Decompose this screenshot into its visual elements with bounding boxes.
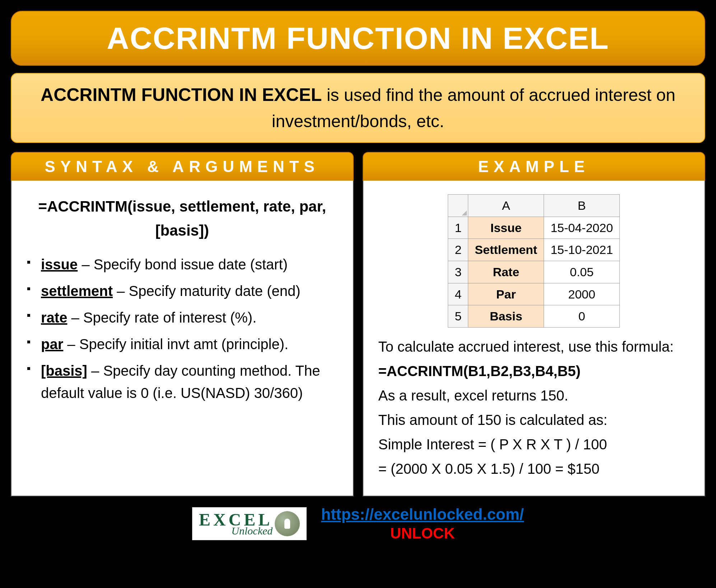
arg-name: rate	[41, 310, 67, 325]
description-rest: is used find the amount of accrued inter…	[272, 85, 675, 131]
example-panel: EXAMPLE A B 1 Issue 15-04-2020 2 Settlem…	[363, 152, 706, 496]
arg-desc: – Specify maturity date (end)	[113, 283, 300, 299]
cell-value: 0.05	[544, 261, 620, 283]
row-num: 1	[448, 217, 468, 239]
syntax-header: SYNTAX & ARGUMENTS	[11, 152, 354, 181]
page-title: ACCRINTM FUNCTION IN EXCEL	[26, 20, 690, 56]
example-calc2: Simple Interest = ( P X R X T ) / 100	[378, 433, 690, 455]
table-row: 1 Issue 15-04-2020	[448, 217, 620, 239]
website-link[interactable]: https://excelunlocked.com/	[321, 505, 524, 523]
example-header: EXAMPLE	[363, 152, 706, 181]
cell-value: 15-04-2020	[544, 217, 620, 239]
arg-desc: – Specify initial invt amt (principle).	[63, 336, 288, 352]
table-row: 3 Rate 0.05	[448, 261, 620, 283]
arg-desc: – Specify rate of interest (%).	[67, 310, 256, 325]
footer: EXCEL Unlocked https://excelunlocked.com…	[11, 505, 705, 542]
cell-value: 2000	[544, 283, 620, 305]
arg-issue: issue – Specify bond issue date (start)	[27, 253, 338, 276]
content-columns: SYNTAX & ARGUMENTS =ACCRINTM(issue, sett…	[11, 152, 705, 496]
row-num: 3	[448, 261, 468, 283]
row-num: 4	[448, 283, 468, 305]
example-calc1: This amount of 150 is calculated as:	[378, 409, 690, 431]
description-text: ACCRINTM FUNCTION IN EXCEL is used find …	[26, 82, 690, 134]
example-calc3: = (2000 X 0.05 X 1.5) / 100 = $150	[378, 458, 690, 480]
description-bold: ACCRINTM FUNCTION IN EXCEL	[41, 85, 322, 105]
arg-name: [basis]	[41, 363, 87, 379]
unlock-text: UNLOCK	[321, 525, 524, 542]
row-num: 2	[448, 239, 468, 261]
table-row: 4 Par 2000	[448, 283, 620, 305]
table-corner	[448, 195, 468, 217]
arg-settlement: settlement – Specify maturity date (end)	[27, 280, 338, 302]
cell-label: Par	[468, 283, 544, 305]
table-header-row: A B	[448, 195, 620, 217]
syntax-body: =ACCRINTM(issue, settlement, rate, par, …	[11, 181, 354, 496]
table-row: 2 Settlement 15-10-2021	[448, 239, 620, 261]
col-b: B	[544, 195, 620, 217]
col-a: A	[468, 195, 544, 217]
arg-name: par	[41, 336, 63, 352]
cell-label: Issue	[468, 217, 544, 239]
logo: EXCEL Unlocked	[192, 507, 307, 540]
arg-name: settlement	[41, 283, 113, 299]
footer-links: https://excelunlocked.com/ UNLOCK	[321, 505, 524, 542]
example-result: As a result, excel returns 150.	[378, 384, 690, 407]
arg-rate: rate – Specify rate of interest (%).	[27, 306, 338, 329]
cell-label: Rate	[468, 261, 544, 283]
title-bar: ACCRINTM FUNCTION IN EXCEL	[11, 11, 705, 66]
example-formula: =ACCRINTM(B1,B2,B3,B4,B5)	[378, 360, 690, 382]
arg-basis: [basis] – Specify day counting method. T…	[27, 360, 338, 404]
row-num: 5	[448, 305, 468, 328]
table-row: 5 Basis 0	[448, 305, 620, 328]
example-intro: To calculate accrued interest, use this …	[378, 335, 690, 358]
logo-unlocked-text: Unlocked	[231, 526, 273, 536]
arg-desc: – Specify bond issue date (start)	[78, 256, 288, 272]
syntax-formula: =ACCRINTM(issue, settlement, rate, par, …	[27, 194, 338, 242]
cell-value: 15-10-2021	[544, 239, 620, 261]
argument-list: issue – Specify bond issue date (start) …	[27, 253, 338, 404]
cell-label: Settlement	[468, 239, 544, 261]
arg-par: par – Specify initial invt amt (principl…	[27, 333, 338, 355]
example-table: A B 1 Issue 15-04-2020 2 Settlement 15-1…	[448, 194, 620, 328]
description-box: ACCRINTM FUNCTION IN EXCEL is used find …	[11, 73, 705, 143]
cell-label: Basis	[468, 305, 544, 328]
syntax-panel: SYNTAX & ARGUMENTS =ACCRINTM(issue, sett…	[11, 152, 354, 496]
arg-name: issue	[41, 256, 78, 272]
key-icon	[275, 511, 300, 536]
logo-text: EXCEL Unlocked	[199, 511, 273, 536]
cell-value: 0	[544, 305, 620, 328]
example-body: A B 1 Issue 15-04-2020 2 Settlement 15-1…	[363, 181, 706, 496]
example-text: To calculate accrued interest, use this …	[378, 335, 690, 480]
